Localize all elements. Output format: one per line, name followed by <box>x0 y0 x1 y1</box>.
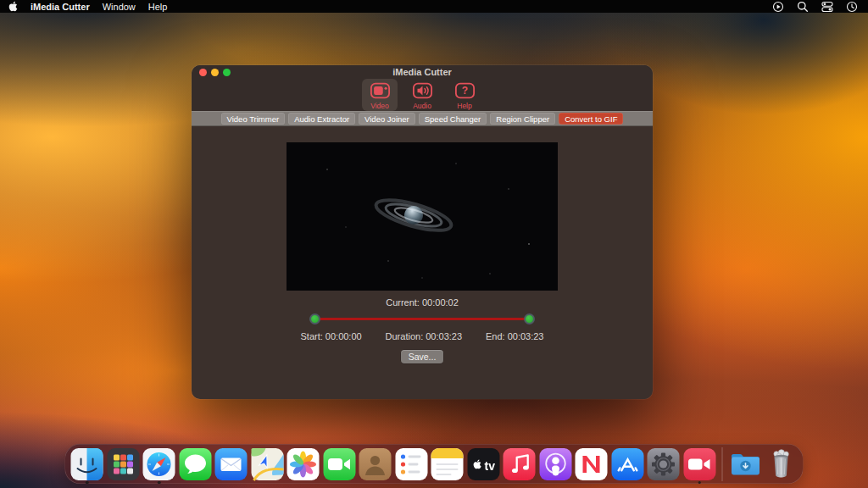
video-icon <box>362 80 398 101</box>
trim-range-slider[interactable] <box>309 313 535 325</box>
dock-item-tv[interactable]: tv <box>466 447 500 481</box>
start-time-label: Start: 00:00:00 <box>301 331 362 341</box>
current-time-label: Current: 00:00:02 <box>192 297 653 308</box>
tab-region-clipper[interactable]: Region Clipper <box>490 113 555 125</box>
audio-icon <box>404 80 440 101</box>
menu-app-name[interactable]: iMedia Cutter <box>31 2 90 12</box>
toolbar-video-button[interactable]: Video <box>362 79 398 111</box>
svg-text:tv: tv <box>484 458 495 472</box>
toolbar-audio-button[interactable]: Audio <box>404 79 440 111</box>
now-playing-icon[interactable] <box>772 1 784 13</box>
menu-window[interactable]: Window <box>103 2 136 12</box>
slider-track[interactable] <box>314 318 531 320</box>
tab-convert-to-gif[interactable]: Convert to GIF <box>559 113 623 125</box>
dock-item-news[interactable] <box>575 447 609 481</box>
dock: tv <box>65 444 804 484</box>
dock-item-safari[interactable] <box>142 447 176 481</box>
window-titlebar: iMedia Cutter Video Audio ? <box>192 65 653 111</box>
spotlight-icon[interactable] <box>797 1 809 13</box>
imedia-cutter-window: iMedia Cutter Video Audio ? <box>192 65 653 399</box>
dock-item-mail[interactable] <box>214 447 248 481</box>
dock-item-contacts[interactable] <box>359 447 392 481</box>
dock-item-facetime[interactable] <box>322 447 356 481</box>
dock-item-maps[interactable] <box>250 447 284 481</box>
tab-video-joiner[interactable]: Video Joiner <box>359 113 415 125</box>
dock-item-messages[interactable] <box>178 447 212 481</box>
trim-start-handle[interactable] <box>309 313 320 324</box>
help-icon: ? <box>447 80 482 101</box>
dock-item-photos[interactable] <box>287 447 320 481</box>
dock-item-finder[interactable] <box>70 447 104 481</box>
window-title: iMedia Cutter <box>192 67 653 77</box>
dock-item-notes[interactable] <box>431 447 465 481</box>
toolbar-audio-label: Audio <box>404 102 440 110</box>
dock-item-imedia-cutter[interactable] <box>682 447 716 481</box>
dock-item-podcasts[interactable] <box>538 447 572 481</box>
tab-video-trimmer[interactable]: Video Trimmer <box>221 113 286 125</box>
running-indicator <box>698 481 701 485</box>
end-time-label: End: 00:03:23 <box>486 331 544 341</box>
toolbar-video-label: Video <box>362 102 398 110</box>
duration-label: Duration: 00:03:23 <box>386 331 463 341</box>
window-toolbar: Video Audio ? Help <box>192 79 653 111</box>
menu-bar: iMedia Cutter Window Help <box>0 0 868 13</box>
video-preview[interactable] <box>287 142 558 291</box>
menu-help[interactable]: Help <box>148 2 168 12</box>
dock-separator <box>722 447 723 481</box>
mode-tab-bar: Video Trimmer Audio Extractor Video Join… <box>192 111 653 126</box>
apple-menu-icon[interactable] <box>8 1 18 12</box>
control-center-icon[interactable] <box>821 1 833 13</box>
trim-end-handle[interactable] <box>524 313 535 324</box>
dock-item-music[interactable] <box>503 447 537 481</box>
dock-item-trash[interactable] <box>765 447 798 481</box>
clock-icon[interactable] <box>846 1 858 13</box>
dock-item-app-store[interactable] <box>610 447 644 481</box>
svg-text:?: ? <box>461 85 467 97</box>
save-button[interactable]: Save... <box>401 350 444 363</box>
desktop: iMedia Cutter Window Help <box>0 0 868 488</box>
running-indicator <box>86 481 89 485</box>
dock-item-downloads[interactable] <box>728 447 762 481</box>
dock-item-reminders[interactable] <box>394 447 428 481</box>
dock-item-launchpad[interactable] <box>106 447 140 481</box>
time-labels-row: Start: 00:00:00 Duration: 00:03:23 End: … <box>301 331 544 341</box>
tab-audio-extractor[interactable]: Audio Extractor <box>288 113 355 125</box>
running-indicator <box>158 481 161 485</box>
toolbar-help-label: Help <box>447 102 482 110</box>
dock-item-system-settings[interactable] <box>647 447 681 481</box>
trimmer-panel: Current: 00:00:02 Start: 00:00:00 Durati… <box>192 126 653 363</box>
tab-speed-changer[interactable]: Speed Changer <box>419 113 487 125</box>
toolbar-help-button[interactable]: ? Help <box>447 79 482 111</box>
